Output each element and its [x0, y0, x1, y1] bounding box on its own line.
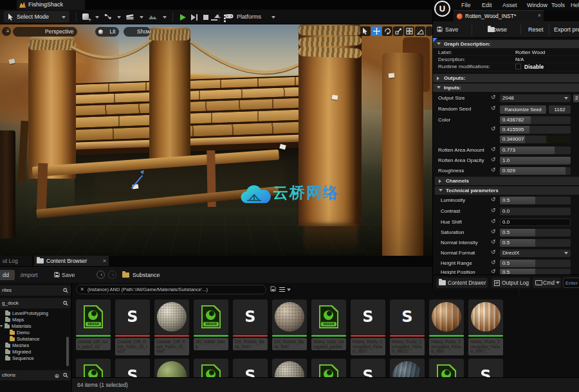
section-outputs[interactable]: Outputs:: [433, 74, 579, 82]
output-log-button[interactable]: Output Log: [492, 278, 530, 288]
menu-window[interactable]: Window: [527, 2, 547, 8]
level-viewport[interactable]: 云桥网络 ≡ Perspective Lit Show: [0, 24, 432, 256]
collections-header[interactable]: ctions ⊕: [0, 370, 71, 380]
menu-tools[interactable]: Tools: [551, 2, 565, 8]
asset-tile[interactable]: S Coastal_Cliff_Rock_Patch_03_INST: [115, 299, 150, 359]
add-collection-icon[interactable]: ⊕: [54, 371, 59, 381]
section-graph-description[interactable]: Graph Description:: [433, 40, 579, 48]
tree-item-maps[interactable]: Maps: [0, 317, 69, 323]
asset-tile[interactable]: SBSAR coastal_cliff_rock_patch_03: [76, 299, 111, 359]
tab-rotten-wood-inst[interactable]: Rotten_Wood_INST* ×: [454, 10, 544, 21]
color-r-slider[interactable]: 0.436782: [500, 116, 571, 124]
asset-tile[interactable]: Heavy_Rusty_Corrugated_Panels_MAT: [429, 299, 464, 359]
reset-to-default-icon[interactable]: ↺: [491, 156, 496, 163]
close-icon[interactable]: ×: [538, 12, 541, 19]
height-range-slider[interactable]: 0.5: [500, 260, 571, 267]
reset-to-default-icon[interactable]: ↺: [491, 105, 496, 111]
tree-item-materials[interactable]: Materials: [0, 323, 69, 330]
contrast-slider[interactable]: 0.0: [500, 208, 571, 215]
reset-to-default-icon[interactable]: ↺: [491, 249, 496, 255]
show-dropdown[interactable]: Show: [124, 27, 151, 37]
asset-tile[interactable]: SBSAR dirt_rubble_bank: [194, 299, 228, 359]
asset-tile[interactable]: S Dirt_Rubble_Bank_INST: [233, 299, 268, 359]
tree-item-sequence[interactable]: Sequence: [0, 355, 69, 362]
normal-format-dropdown[interactable]: DirectX: [500, 249, 571, 257]
color-g-slider[interactable]: 0.415595: [500, 126, 571, 134]
select-tool-button[interactable]: [360, 26, 371, 36]
save-search-icon[interactable]: [270, 286, 276, 292]
roughness-slider[interactable]: 0.929: [500, 167, 571, 175]
menu-help[interactable]: Help: [571, 2, 579, 8]
reset-to-default-icon[interactable]: ↺: [491, 146, 496, 152]
rotten-area-opacity-slider[interactable]: 1.0: [500, 157, 571, 165]
content-drawer-button[interactable]: Content Drawer: [436, 278, 488, 288]
asset-tile[interactable]: S Heavy_Rusty_Corrugated_Panels_INST1: [390, 299, 425, 359]
grid-snap-button[interactable]: [404, 26, 414, 36]
section-inputs[interactable]: Inputs:: [433, 84, 579, 92]
lit-mode-dropdown[interactable]: Lit: [95, 27, 119, 37]
cmd-dropdown[interactable]: Cmd: [533, 278, 561, 288]
tab-content-browser[interactable]: Content Browser ×: [34, 256, 109, 266]
blueprints-button[interactable]: [104, 12, 121, 22]
scale-tool-button[interactable]: [393, 26, 403, 36]
reset-to-default-icon[interactable]: ↺: [491, 238, 496, 245]
tree-item-substance[interactable]: Substance: [0, 336, 69, 343]
forward-button[interactable]: ›: [108, 271, 116, 279]
asset-tile[interactable]: S Heavy_Rusty_Corrugated_Panels_INST: [351, 299, 385, 359]
browse-button[interactable]: Browse: [478, 24, 513, 35]
project-sources-header[interactable]: g_dock: [0, 298, 71, 308]
rotten-area-amount-slider[interactable]: 0.773: [500, 147, 571, 154]
back-button[interactable]: ‹: [96, 271, 105, 279]
tree-item-demo[interactable]: Demo: [0, 330, 69, 336]
tree-item-levelprototyping[interactable]: LevelPrototyping: [0, 310, 69, 317]
reset-to-default-icon[interactable]: ↺: [491, 259, 496, 265]
move-tool-button[interactable]: [371, 26, 381, 36]
play-button[interactable]: [180, 14, 186, 21]
tree-scrollbar[interactable]: [66, 337, 69, 366]
rotate-tool-button[interactable]: [382, 26, 392, 36]
stop-button[interactable]: [203, 15, 208, 20]
tree-item-migrated[interactable]: Migrated: [0, 349, 69, 355]
menu-edit[interactable]: Edit: [482, 2, 492, 8]
normal-intensity-slider[interactable]: 0.5: [500, 239, 571, 247]
reset-to-default-icon[interactable]: ↺: [491, 125, 496, 132]
section-technical-parameters[interactable]: Technical parameters: [435, 186, 579, 195]
filter-icon[interactable]: [279, 287, 285, 292]
search-input[interactable]: × (instance) AND (Path:'/All/Game/Materi…: [76, 285, 266, 294]
rotation-snap-button[interactable]: [415, 26, 425, 36]
reset-to-default-icon[interactable]: ↺: [491, 207, 496, 213]
reset-to-default-icon[interactable]: ↺: [491, 196, 496, 202]
section-channels[interactable]: Channels: [435, 177, 579, 185]
tab-level-fishingshack[interactable]: FishingShack: [17, 0, 85, 10]
export-preset-button[interactable]: Export pre: [554, 24, 579, 35]
asset-tile[interactable]: Dirt_Rubble_Bank_MAT: [272, 299, 307, 359]
chevron-down-icon[interactable]: [287, 289, 291, 291]
select-mode-dropdown[interactable]: Select Mode: [4, 11, 69, 22]
add-button[interactable]: dd: [0, 270, 15, 280]
asset-tile[interactable]: Coastal_Cliff_Rock_Patch_03_MAT: [154, 299, 189, 359]
add-actor-button[interactable]: [82, 12, 99, 22]
seed-value-field[interactable]: 1162: [549, 105, 571, 114]
console-input[interactable]: [563, 278, 579, 288]
asset-tile[interactable]: SBSAR heavy_rusty_corrugated_panels: [311, 299, 346, 359]
menu-asset[interactable]: Asset: [502, 2, 517, 8]
perspective-dropdown[interactable]: Perspective: [13, 27, 77, 37]
reset-to-default-icon[interactable]: ↺: [491, 94, 496, 100]
environment-button[interactable]: [149, 12, 167, 22]
frame-skip-button[interactable]: [191, 14, 196, 21]
reset-to-default-icon[interactable]: ↺: [491, 166, 496, 173]
reset-to-default-icon[interactable]: ↺: [491, 268, 496, 274]
hue-shift-field[interactable]: 0.0: [500, 218, 571, 226]
reset-to-default-icon[interactable]: ↺: [491, 228, 496, 235]
color-swatch[interactable]: [546, 136, 571, 143]
cinematics-button[interactable]: [126, 12, 143, 22]
output-size-dropdown[interactable]: 2048: [500, 94, 571, 102]
viewport-options-button[interactable]: ≡: [2, 27, 11, 36]
camera-speed-button[interactable]: [426, 26, 432, 36]
favorites-header[interactable]: rites: [0, 285, 71, 296]
tab-output-log[interactable]: ut Log: [0, 256, 32, 266]
clear-search-icon[interactable]: ×: [80, 285, 84, 294]
asset-tile[interactable]: Heavy_Rusty_Corrugated_Panels_MAT1: [468, 299, 503, 359]
save-button[interactable]: Save: [437, 24, 465, 35]
luminosity-slider[interactable]: 0.5: [500, 197, 571, 204]
